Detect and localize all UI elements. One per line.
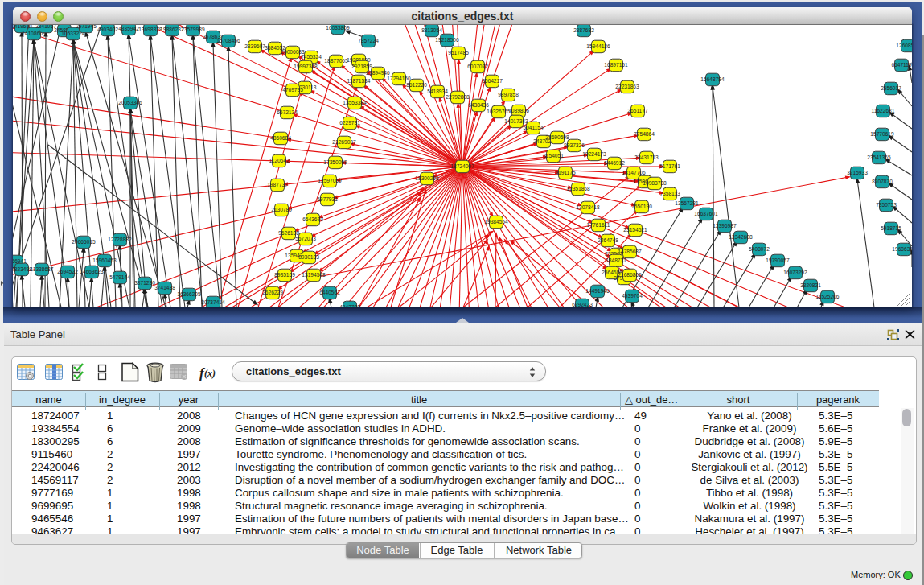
svg-text:4191175: 4191175 (555, 170, 576, 175)
svg-text:6647119: 6647119 (891, 62, 912, 68)
svg-text:2556017: 2556017 (881, 85, 901, 91)
svg-text:6292423: 6292423 (572, 302, 593, 307)
svg-text:20665015: 20665015 (72, 239, 96, 245)
svg-text:13567281: 13567281 (675, 200, 699, 206)
svg-text:6672134: 6672134 (277, 109, 298, 115)
svg-text:23579989: 23579989 (181, 27, 205, 32)
svg-text:1120642: 1120642 (269, 158, 290, 163)
svg-text:22231863: 22231863 (615, 84, 639, 89)
svg-text:1987737: 1987737 (267, 182, 288, 187)
svg-text:7550190: 7550190 (631, 204, 652, 209)
svg-text:15708456: 15708456 (216, 38, 240, 43)
svg-text:16033809: 16033809 (326, 25, 350, 31)
svg-text:5479144: 5479144 (109, 274, 130, 280)
svg-text:5446912: 5446912 (604, 160, 625, 166)
svg-text:19686361: 19686361 (892, 246, 912, 252)
svg-text:23154521: 23154521 (623, 227, 647, 233)
svg-text:7754864: 7754864 (634, 131, 655, 137)
svg-text:5918715: 5918715 (881, 225, 901, 231)
svg-text:16073292: 16073292 (783, 270, 807, 275)
svg-text:4823498: 4823498 (13, 266, 32, 272)
svg-text:12597059: 12597059 (318, 178, 342, 183)
svg-text:3154051: 3154051 (543, 153, 564, 159)
svg-text:6543670: 6543670 (302, 216, 323, 222)
svg-text:2626229: 2626229 (262, 290, 283, 295)
svg-text:7358113: 7358113 (659, 191, 680, 196)
svg-text:4903402: 4903402 (97, 27, 118, 32)
svg-text:9937326: 9937326 (564, 142, 585, 148)
svg-text:3564217: 3564217 (482, 78, 503, 84)
svg-text:4335942: 4335942 (118, 26, 139, 31)
svg-text:11338687: 11338687 (31, 266, 54, 272)
svg-text:13553384: 13553384 (343, 100, 367, 105)
svg-text:22894946: 22894946 (366, 70, 390, 76)
svg-text:6438436: 6438436 (468, 102, 489, 108)
svg-text:14663623: 14663623 (80, 269, 104, 274)
svg-text:19384554: 19384554 (484, 219, 508, 225)
svg-text:(x): (x) (204, 368, 216, 379)
svg-text:21686866: 21686866 (618, 272, 642, 278)
svg-text:7089806: 7089806 (508, 108, 529, 113)
svg-text:10326765: 10326765 (487, 109, 511, 114)
svg-text:3741438: 3741438 (154, 285, 175, 290)
svg-text:18877065: 18877065 (324, 58, 348, 64)
svg-text:6440561: 6440561 (319, 290, 340, 295)
svg-text:8707870: 8707870 (872, 179, 893, 184)
svg-text:17294150: 17294150 (387, 76, 411, 81)
svg-text:1848731: 1848731 (606, 257, 626, 263)
svg-text:15944126: 15944126 (586, 43, 610, 49)
svg-text:18724007: 18724007 (450, 163, 474, 169)
svg-text:8935169: 8935169 (274, 272, 295, 278)
svg-text:3320821: 3320821 (800, 282, 821, 288)
svg-text:5672073: 5672073 (295, 236, 316, 241)
svg-text:19790057: 19790057 (766, 257, 790, 263)
svg-text:4769795: 4769795 (282, 87, 303, 93)
svg-text:4860684: 4860684 (270, 135, 291, 141)
svg-text:13698379: 13698379 (138, 27, 162, 32)
svg-text:12608513: 12608513 (896, 43, 912, 48)
svg-text:15960453: 15960453 (92, 257, 117, 263)
svg-text:8612220: 8612220 (406, 82, 427, 88)
svg-text:10983738: 10983738 (643, 180, 667, 186)
svg-text:5408072: 5408072 (749, 246, 770, 252)
svg-text:6007072: 6007072 (467, 64, 488, 69)
svg-text:16648784: 16648784 (700, 76, 725, 82)
svg-text:16637601: 16637601 (694, 211, 718, 216)
svg-text:3215933: 3215933 (847, 170, 868, 175)
svg-text:9897858: 9897858 (498, 92, 519, 97)
svg-text:23541365: 23541365 (867, 154, 891, 160)
svg-text:18300295: 18300295 (415, 175, 439, 181)
svg-text:3871230: 3871230 (134, 280, 155, 286)
svg-text:5977931: 5977931 (317, 196, 338, 202)
svg-text:12351868: 12351868 (566, 186, 590, 192)
svg-text:13078418: 13078418 (576, 204, 600, 210)
svg-text:4539704: 4539704 (622, 293, 643, 299)
svg-text:7350753: 7350753 (876, 202, 897, 208)
svg-text:16897151: 16897151 (604, 62, 628, 68)
svg-text:12396987: 12396987 (713, 223, 737, 229)
svg-text:4842788: 4842788 (339, 304, 360, 307)
svg-text:21269037: 21269037 (332, 139, 356, 145)
svg-text:2130789: 2130789 (271, 207, 292, 212)
svg-text:23431713: 23431713 (634, 154, 659, 160)
svg-text:20737414: 20737414 (201, 299, 225, 305)
svg-text:13194548: 13194548 (302, 272, 326, 278)
svg-text:2839607: 2839607 (244, 43, 265, 49)
svg-text:5041154: 5041154 (523, 125, 544, 130)
svg-text:23690598: 23690598 (545, 134, 569, 140)
svg-text:2694522: 2694522 (57, 269, 78, 274)
svg-text:6229731: 6229731 (339, 120, 360, 126)
svg-text:2571945: 2571945 (76, 25, 97, 29)
svg-text:8813054: 8813054 (421, 27, 442, 33)
svg-text:14017343: 14017343 (504, 118, 528, 124)
svg-text:18147706: 18147706 (622, 170, 646, 175)
svg-text:17350099: 17350099 (323, 159, 347, 165)
svg-text:15770619: 15770619 (870, 131, 894, 137)
svg-text:12728882: 12728882 (108, 237, 132, 242)
svg-text:8930103: 8930103 (298, 254, 319, 260)
svg-text:22792808: 22792808 (446, 94, 470, 100)
svg-text:16366205: 16366205 (177, 291, 201, 297)
svg-text:19224173: 19224173 (582, 151, 606, 157)
svg-text:11525206: 11525206 (816, 294, 840, 299)
svg-text:14785687: 14785687 (618, 249, 642, 254)
